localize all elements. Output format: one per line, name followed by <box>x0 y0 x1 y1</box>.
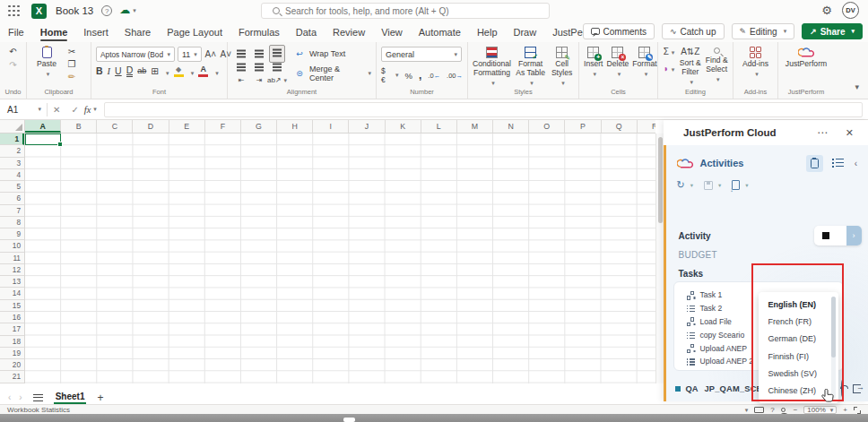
row-header[interactable]: 10 <box>0 240 24 252</box>
select-all-corner[interactable] <box>0 120 25 133</box>
next-sheet-icon[interactable]: › <box>19 392 22 402</box>
accessibility-icon[interactable] <box>781 408 786 412</box>
clear-eraser-icon[interactable]: ◗▾ <box>663 64 675 75</box>
more-options-icon[interactable]: ⋯ <box>817 126 829 139</box>
column-header[interactable]: M <box>457 120 493 133</box>
help-icon[interactable]: ? <box>770 406 774 414</box>
collapse-section-icon[interactable]: ‹ <box>855 159 857 168</box>
row-header[interactable]: 3 <box>0 158 24 169</box>
language-option[interactable]: French (FR) <box>759 313 838 330</box>
redo-icon[interactable]: ↷ <box>7 60 20 71</box>
fill-color-icon[interactable]: ◆ <box>174 65 184 77</box>
delete-cells-button[interactable]: × Delete ▾ <box>607 47 629 87</box>
search-box[interactable] <box>261 3 550 19</box>
column-header[interactable]: F <box>205 120 241 133</box>
activities-view-button[interactable] <box>806 155 823 172</box>
row-header[interactable]: 4 <box>0 169 24 181</box>
column-header[interactable]: J <box>349 120 385 133</box>
add-sheet-icon[interactable]: + <box>97 392 103 404</box>
font-size-select[interactable]: 11 ▾ <box>178 47 202 62</box>
confirm-entry-icon[interactable]: ✓ <box>71 105 78 115</box>
active-cell[interactable] <box>25 133 61 145</box>
menu-tab[interactable]: View <box>373 22 411 42</box>
comments-button[interactable]: Comments <box>583 23 655 39</box>
all-sheets-menu-icon[interactable] <box>33 394 43 401</box>
insert-function-icon[interactable]: fx <box>84 105 91 115</box>
grid-cells[interactable] <box>25 133 655 383</box>
chevron-down-icon[interactable]: ▾ <box>745 407 749 414</box>
row-header[interactable]: 18 <box>0 336 24 348</box>
keyboard-icon[interactable] <box>754 407 764 413</box>
accounting-format-icon[interactable]: $€ <box>381 66 386 84</box>
underline-icon[interactable]: U <box>115 65 122 77</box>
language-option[interactable]: Swedish (SV) <box>759 365 838 382</box>
settings-gear-icon[interactable]: ⚙ <box>821 4 832 17</box>
align-right-icon[interactable] <box>273 66 282 68</box>
row-header[interactable]: 9 <box>0 228 24 240</box>
row-header[interactable]: 13 <box>0 276 24 288</box>
expand-activity-icon[interactable]: › <box>846 226 862 245</box>
chevron-down-icon[interactable]: ▾ <box>133 7 136 14</box>
row-header[interactable]: 15 <box>0 300 24 312</box>
number-format-select[interactable]: General ▾ <box>381 47 462 62</box>
row-header[interactable]: 6 <box>0 193 24 204</box>
undo-icon[interactable]: ↶ <box>7 47 20 57</box>
column-header[interactable]: N <box>493 120 529 133</box>
row-header[interactable]: 1 <box>0 133 24 145</box>
language-option[interactable]: German (DE) <box>759 331 838 348</box>
user-avatar[interactable]: DV <box>842 2 859 19</box>
menu-tab[interactable]: Draw <box>506 22 545 42</box>
align-bottom-icon[interactable] <box>269 45 285 63</box>
chevron-down-icon[interactable]: ▾ <box>718 182 721 189</box>
prev-sheet-icon[interactable]: ‹ <box>8 392 11 402</box>
app-launcher-icon[interactable] <box>8 5 20 17</box>
decrease-indent-icon[interactable]: ⇤ <box>235 75 247 86</box>
insert-cells-button[interactable]: + Insert ▾ <box>584 47 603 87</box>
task-list-view-button[interactable] <box>830 155 847 172</box>
decrease-decimal-icon[interactable]: .00→ <box>447 72 463 80</box>
increase-decimal-icon[interactable]: .0← <box>428 72 440 80</box>
saved-status-icon[interactable]: ? <box>101 5 112 16</box>
formula-input[interactable] <box>104 102 863 117</box>
borders-icon[interactable]: ⊞ <box>151 65 159 77</box>
find-select-button[interactable]: Find & Select ▾ <box>706 47 729 87</box>
chevron-down-icon[interactable]: ▾ <box>745 182 748 189</box>
menu-tab[interactable]: Automate <box>411 22 469 42</box>
menu-tab[interactable]: Review <box>325 22 373 42</box>
conditional-formatting-button[interactable]: Conditional Formatting ▾ <box>473 47 511 87</box>
row-header[interactable]: 2 <box>0 145 24 157</box>
zoom-out-button[interactable]: − <box>794 406 798 414</box>
chevron-down-icon[interactable]: ▾ <box>690 182 693 189</box>
increase-indent-icon[interactable]: ⇥ <box>253 75 265 86</box>
sort-filter-button[interactable]: A⇅Z Sort & Filter ▾ <box>679 47 702 87</box>
cut-icon[interactable]: ✂ <box>65 47 78 57</box>
column-header[interactable]: P <box>565 120 601 133</box>
column-header[interactable]: R <box>638 120 655 133</box>
text-orientation-icon[interactable]: ab↗▾ <box>267 75 287 86</box>
wrap-text-button[interactable]: Wrap Text <box>309 49 345 58</box>
italic-icon[interactable]: I <box>108 65 111 77</box>
cell-styles-button[interactable]: Cell Styles ▾ <box>550 47 574 87</box>
row-header[interactable]: 21 <box>0 371 24 383</box>
editing-mode-button[interactable]: ✎ Editing ▾ <box>732 23 795 39</box>
bold-icon[interactable]: B <box>96 65 103 77</box>
add-ins-button[interactable]: Add-ins ▾ <box>738 47 773 87</box>
vertical-scrollbar[interactable] <box>655 133 664 383</box>
workbook-statistics-button[interactable]: Workbook Statistics <box>7 406 70 414</box>
row-header[interactable]: 19 <box>0 348 24 359</box>
sheet-tab[interactable]: Sheet1 <box>54 392 87 404</box>
align-center-icon[interactable] <box>255 66 264 68</box>
merge-center-button[interactable]: Merge & Center <box>309 65 361 82</box>
align-middle-icon[interactable] <box>255 53 264 55</box>
row-header[interactable]: 17 <box>0 323 24 335</box>
column-header[interactable]: L <box>421 120 457 133</box>
align-top-icon[interactable] <box>237 53 246 55</box>
font-color-icon[interactable]: A <box>198 65 208 77</box>
refresh-icon[interactable]: ↻ <box>677 179 685 191</box>
menu-tab[interactable]: File <box>0 22 32 42</box>
excel-logo-icon[interactable]: X <box>31 4 47 19</box>
collapse-ribbon-icon[interactable]: ▾ <box>855 82 859 91</box>
row-header[interactable]: 20 <box>0 359 24 371</box>
paste-button[interactable]: Paste ▾ <box>31 47 62 87</box>
share-button[interactable]: ↗ Share ▾ <box>802 23 863 39</box>
